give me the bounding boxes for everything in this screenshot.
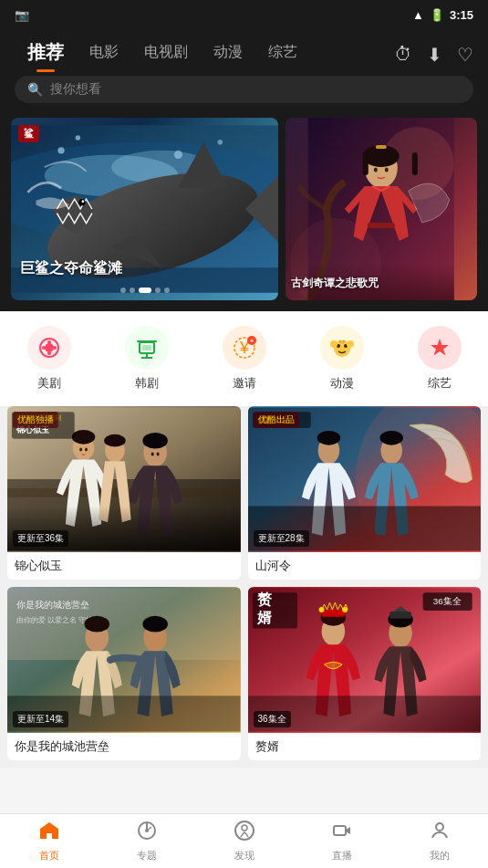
svg-point-92 [318,607,324,612]
card-shl-image: 优酷出品 优酷出品 更新至28集 [248,406,482,552]
banner-side-background [286,118,477,300]
banner-side[interactable]: 古剑奇谭之悲歌咒 [286,118,477,300]
dongman-icon [320,326,364,370]
svg-point-27 [42,346,46,350]
banner-side-title: 古剑奇谭之悲歌咒 [291,276,472,291]
dot-3 [139,288,151,293]
nav-discover[interactable]: 发现 [195,814,293,868]
svg-rect-96 [389,612,411,619]
svg-point-48 [338,340,341,343]
svg-point-29 [47,340,51,344]
tab-recommend[interactable]: 推荐 [15,37,77,68]
battery-icon: 🔋 [430,8,444,22]
app-icon: 📷 [15,8,29,22]
svg-point-21 [374,168,378,173]
svg-point-4 [57,147,64,153]
nav-live[interactable]: 直播 [293,814,390,868]
card-zp-image: 赘 婿 36集全 36集全 [248,587,482,733]
tab-anime[interactable]: 动漫 [201,39,255,66]
banner-dots [120,288,170,293]
download-icon[interactable]: ⬇ [427,44,442,66]
svg-point-84 [142,616,168,633]
history-icon[interactable]: ⏱ [394,44,412,66]
svg-point-46 [330,340,337,348]
card-jxsy-badge: 优酷独播 [13,412,58,428]
svg-point-49 [342,340,345,343]
category-invite[interactable]: ¥+ 邀请 [223,326,266,392]
svg-point-5 [217,140,223,145]
banner-area: 鲨 巨鲨之夺命鲨滩 [0,118,488,311]
svg-point-73 [379,431,403,445]
nav-home[interactable]: 首页 [0,814,98,868]
svg-text:+: + [249,338,253,344]
category-meiju[interactable]: 美剧 [27,326,71,392]
dot-4 [155,288,161,293]
card-jxsy[interactable]: 古装都市甜爱剧 锦心似玉 优酷独播 更新至36集 锦心似玉 [7,406,241,580]
svg-point-57 [85,448,88,452]
live-label: 直播 [332,849,352,863]
svg-point-109 [436,823,443,831]
tab-variety[interactable]: 综艺 [255,39,310,66]
svg-point-55 [72,430,96,444]
svg-point-56 [79,448,82,452]
svg-text:你是我的城池营垒: 你是我的城池营垒 [16,600,89,610]
discover-icon [234,820,255,847]
meiju-icon [27,326,71,370]
card-zp-title: 赘婿 [248,733,482,760]
hanju-label: 韩剧 [135,375,159,392]
svg-point-28 [53,346,57,350]
svg-text:赘: 赘 [256,591,272,607]
card-jxsy-episode: 更新至36集 [13,530,68,547]
svg-rect-17 [363,152,369,175]
svg-point-6 [174,151,182,159]
category-zongyi[interactable]: 综艺 [418,326,462,392]
dot-1 [120,288,126,293]
svg-point-22 [385,168,389,173]
dongman-label: 动漫 [330,375,354,392]
svg-point-93 [342,607,348,612]
svg-point-59 [142,433,168,449]
svg-point-71 [317,431,340,445]
live-icon [331,820,353,847]
card-shl[interactable]: 优酷出品 优酷出品 更新至28集 山河令 [248,406,482,580]
nav-profile[interactable]: 我的 [390,814,488,868]
nav-special[interactable]: 专题 [98,814,195,868]
card-shl-episode: 更新至28集 [254,530,309,547]
status-bar: 📷 ▲ 🔋 3:15 [0,0,488,29]
dot-5 [164,288,170,293]
bottom-nav: 首页 专题 发现 直播 我的 [0,813,488,868]
banner-main-title: 巨鲨之夺命鲨滩 [20,259,122,278]
tab-movie[interactable]: 电影 [77,39,131,66]
svg-point-82 [85,616,110,633]
category-row: 美剧 韩剧 ¥+ 邀请 动漫 综艺 [0,311,488,406]
banner-main[interactable]: 鲨 巨鲨之夺命鲨滩 [11,118,278,300]
profile-label: 我的 [430,849,450,863]
status-icons: ▲ 🔋 3:15 [412,8,473,22]
card-zp-episode: 36集全 [254,711,291,727]
nav-tabs: 推荐 电影 电视剧 动漫 综艺 [15,37,310,68]
header-actions: ⏱ ⬇ ♡ [394,44,473,66]
svg-point-26 [45,343,54,352]
header-top-row: 推荐 电影 电视剧 动漫 综艺 ⏱ ⬇ ♡ [15,37,473,68]
svg-rect-36 [142,345,151,350]
category-dongman[interactable]: 动漫 [320,326,364,392]
search-icon: 🔍 [27,82,43,97]
search-bar[interactable]: 🔍 搜你想看 [15,76,473,103]
home-label: 首页 [39,849,59,863]
svg-point-30 [47,351,51,355]
svg-rect-33 [137,340,157,342]
special-label: 专题 [137,849,157,863]
like-icon[interactable]: ♡ [457,44,473,66]
card-nwcq[interactable]: 你是我的城池营垒 由你的爱 以爱之名 守护你 更新至 [7,587,241,760]
wifi-icon: ▲ [412,8,424,22]
card-zp[interactable]: 赘 婿 36集全 36集全 赘婿 [248,587,482,760]
category-hanju[interactable]: 韩剧 [125,326,169,392]
svg-point-47 [347,340,354,348]
svg-rect-91 [321,610,345,617]
card-jxsy-image: 古装都市甜爱剧 锦心似玉 优酷独播 更新至36集 [7,406,241,552]
invite-label: 邀请 [233,375,256,392]
card-shl-badge: 优酷出品 [254,412,299,428]
zongyi-icon [418,326,462,370]
meiju-label: 美剧 [37,375,61,392]
tab-tvshow[interactable]: 电视剧 [131,39,201,66]
